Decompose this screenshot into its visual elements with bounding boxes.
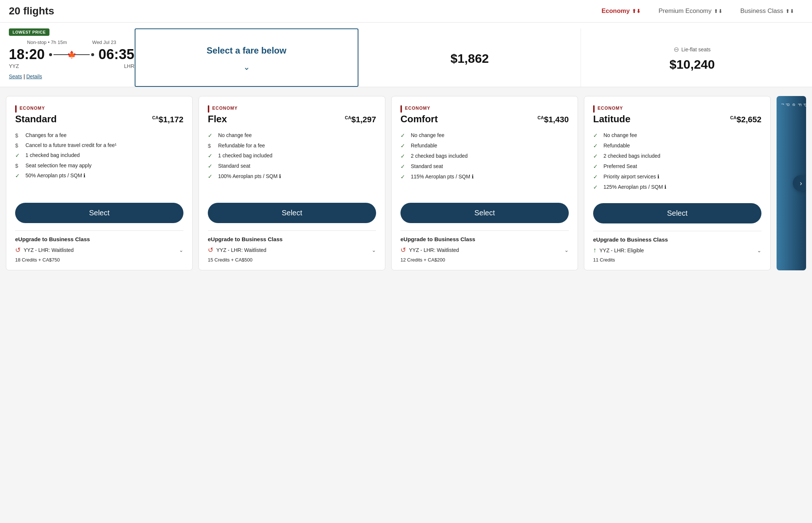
eligible-icon: ↑	[593, 246, 596, 254]
fare-card-label: ECONOMY	[20, 106, 45, 111]
check-icon: ✓	[593, 143, 600, 149]
business-class-price: ⊖ Lie-flat seats $10,240	[670, 36, 715, 81]
eupgrade-credits: 18 Credits + CA$750	[15, 257, 183, 263]
fare-feature-item: $Cancel to a future travel credit for a …	[15, 142, 183, 148]
fare-feature-item: ✓2 checked bags included	[400, 153, 569, 160]
tab-business-class[interactable]: Business Class ⬆⬇	[732, 4, 803, 18]
feature-text: No change fee	[411, 132, 444, 138]
chevron-down-icon: ⌄	[372, 247, 376, 253]
cabin-tabs: Economy ⬆⬇ Premium Economy ⬆⬇ Business C…	[593, 4, 803, 18]
fare-feature-item: ✓Standard seat	[208, 163, 376, 170]
flight-dot-right	[91, 53, 94, 56]
fare-cards-section: ECONOMYStandardCA$1,172$Changes for a fe…	[0, 87, 812, 279]
fare-feature-item: ✓Priority airport services ℹ	[593, 174, 761, 180]
fare-feature-item: ✓Refundable	[593, 143, 761, 149]
fare-columns-header: Select a fare below ⌄ $1,862 ⊖ Lie-flat …	[134, 28, 803, 87]
fare-feature-item: ✓2 checked bags included	[593, 153, 761, 160]
fare-label-bar	[15, 105, 17, 113]
partial-card-text: UPFepr	[780, 103, 806, 107]
eupgrade-route[interactable]: ↺YYZ - LHR: Waitlisted⌄	[15, 246, 183, 254]
lowest-price-badge: LOWEST PRICE	[9, 28, 49, 36]
business-class-price-col[interactable]: ⊖ Lie-flat seats $10,240	[581, 28, 803, 87]
fare-card-name-row: FlexCA$1,297	[208, 113, 376, 125]
select-button-latitude[interactable]: Select	[593, 203, 761, 223]
dollar-icon: $	[208, 143, 214, 149]
fare-label-bar	[593, 105, 595, 113]
select-button-flex[interactable]: Select	[208, 203, 376, 223]
header-bar: 20 flights Economy ⬆⬇ Premium Economy ⬆⬇…	[0, 0, 812, 23]
details-link[interactable]: Details	[26, 74, 42, 79]
flight-links: Seats | Details	[9, 74, 134, 79]
fare-card-price: CA$2,652	[730, 115, 761, 124]
chevron-down-icon: ⌄	[757, 247, 761, 253]
fare-card-name: Flex	[208, 113, 227, 125]
waitlisted-icon: ↺	[208, 246, 213, 254]
feature-text: Priority airport services ℹ	[603, 174, 659, 180]
fare-card-standard: ECONOMYStandardCA$1,172$Changes for a fe…	[6, 96, 193, 270]
eupgrade-section: eUpgrade to Business Class↺YYZ - LHR: Wa…	[400, 230, 569, 263]
feature-text: 2 checked bags included	[411, 153, 468, 159]
fare-feature-item: ✓No change fee	[400, 132, 569, 139]
depart-airport: YYZ	[9, 63, 19, 69]
eupgrade-title: eUpgrade to Business Class	[15, 236, 183, 242]
dollar-icon: $	[15, 163, 22, 169]
tab-business-class-label: Business Class	[740, 7, 783, 15]
fare-feature-item: ✓Refundable	[400, 143, 569, 149]
chevron-down-icon: ⬆⬇	[632, 8, 641, 14]
fare-feature-item: $Changes for a fee	[15, 132, 183, 139]
fare-card-flex: ECONOMYFlexCA$1,297✓No change fee$Refund…	[199, 96, 385, 270]
scroll-right-button[interactable]: ›	[793, 175, 806, 191]
eupgrade-credits: 15 Credits + CA$500	[208, 257, 376, 263]
waitlisted-icon: ↺	[400, 246, 406, 254]
fare-card-name-row: LatitudeCA$2,652	[593, 113, 761, 125]
fare-features-list: ✓No change fee$Refundable for a fee✓1 ch…	[208, 132, 376, 194]
feature-text: 50% Aeroplan pts / SQM ℹ	[25, 172, 85, 178]
eupgrade-route[interactable]: ↺YYZ - LHR: Waitlisted⌄	[400, 246, 569, 254]
feature-text: Refundable	[411, 143, 437, 148]
fare-card-name: Comfort	[400, 113, 438, 125]
feature-text: Standard seat	[218, 163, 250, 169]
feature-text: 125% Aeroplan pts / SQM ℹ	[603, 184, 666, 190]
fare-card-label: ECONOMY	[598, 106, 623, 111]
feature-text: Cancel to a future travel credit for a f…	[25, 142, 117, 148]
eupgrade-route-text: YYZ - LHR: Waitlisted	[216, 247, 266, 253]
eupgrade-route[interactable]: ↑YYZ - LHR: Eligible⌄	[593, 246, 761, 254]
fare-feature-item: ✓Standard seat	[400, 163, 569, 170]
check-icon: ✓	[593, 153, 600, 160]
check-icon: ✓	[593, 184, 600, 191]
feature-text: Refundable for a fee	[218, 143, 265, 148]
tab-premium-economy-label: Premium Economy	[658, 7, 712, 15]
fare-feature-item: ✓Preferred Seat	[593, 163, 761, 170]
tab-premium-economy[interactable]: Premium Economy ⬆⬇	[650, 4, 732, 18]
fare-card-label: ECONOMY	[405, 106, 430, 111]
flight-row: LOWEST PRICE Non-stop • 7h 15m Wed Jul 2…	[0, 23, 812, 87]
premium-economy-price: $1,862	[451, 36, 489, 81]
eupgrade-title: eUpgrade to Business Class	[400, 236, 569, 242]
lie-flat-icon: ⊖	[674, 45, 679, 54]
select-button-standard[interactable]: Select	[15, 203, 183, 223]
feature-text: 1 checked bag included	[25, 152, 80, 158]
select-fare-box: Select a fare below ⌄	[207, 37, 286, 80]
eupgrade-route[interactable]: ↺YYZ - LHR: Waitlisted⌄	[208, 246, 376, 254]
chevron-down-icon: ⬆⬇	[785, 8, 794, 14]
fare-feature-item: ✓1 checked bag included	[15, 152, 183, 159]
check-icon: ✓	[400, 174, 407, 180]
seats-link[interactable]: Seats	[9, 74, 22, 79]
premium-economy-price-col[interactable]: $1,862	[358, 28, 581, 87]
route-info: Non-stop • 7h 15m	[27, 40, 67, 45]
feature-text: Preferred Seat	[603, 163, 637, 169]
lie-flat-text: Lie-flat seats	[681, 47, 710, 52]
eupgrade-title: eUpgrade to Business Class	[208, 236, 376, 242]
select-button-comfort[interactable]: Select	[400, 203, 569, 223]
arrive-airport: LHR	[124, 63, 134, 69]
fare-card-comfort: ECONOMYComfortCA$1,430✓No change fee✓Ref…	[391, 96, 578, 270]
eupgrade-route-text: YYZ - LHR: Eligible	[599, 247, 644, 253]
check-icon: ✓	[400, 153, 407, 160]
fare-feature-item: ✓No change fee	[208, 132, 376, 139]
select-fare-col[interactable]: Select a fare below ⌄	[135, 28, 358, 87]
feature-text: 115% Aeroplan pts / SQM ℹ	[411, 174, 474, 180]
dollar-icon: $	[15, 142, 22, 148]
lie-flat-label: ⊖ Lie-flat seats	[674, 45, 710, 54]
tab-economy[interactable]: Economy ⬆⬇	[593, 4, 650, 18]
check-icon: ✓	[593, 174, 600, 180]
